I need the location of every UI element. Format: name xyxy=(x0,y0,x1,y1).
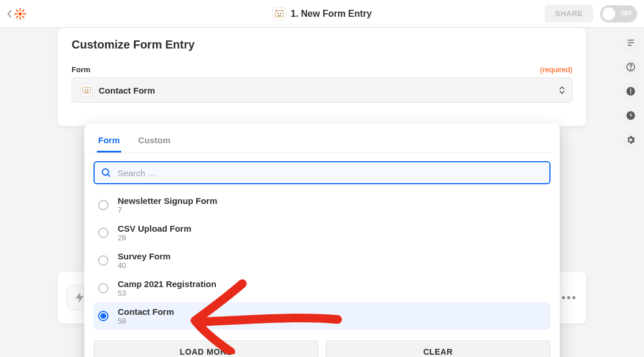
select-updown-icon xyxy=(559,87,565,94)
form-dropdown-panel: Form Custom Newsletter Signup Form 7 CSV… xyxy=(84,124,560,357)
toggle-knob xyxy=(602,8,615,20)
step-title: 1. New Form Entry xyxy=(291,9,372,19)
share-button[interactable]: SHARE xyxy=(545,5,593,23)
radio-icon xyxy=(98,283,108,293)
dropdown-option[interactable]: Camp 2021 Registration 53 xyxy=(93,274,551,302)
tab-custom[interactable]: Custom xyxy=(137,132,172,153)
radio-icon xyxy=(98,228,108,238)
option-name: Survey Form xyxy=(118,251,171,261)
load-more-button[interactable]: LOAD MORE xyxy=(93,340,319,357)
dropdown-option[interactable]: CSV Upload Form 28 xyxy=(93,219,551,247)
dropdown-option[interactable]: Contact Form 58 xyxy=(93,302,551,330)
option-id: 53 xyxy=(118,289,216,298)
alert-icon[interactable] xyxy=(621,82,640,101)
tab-form[interactable]: Form xyxy=(97,132,121,153)
svg-rect-2 xyxy=(20,16,21,20)
field-label-form: Form xyxy=(72,65,91,74)
customize-form-entry-card: Customize Form Entry Form (required) Con… xyxy=(58,28,586,126)
option-name: Newsletter Signup Form xyxy=(118,196,218,206)
svg-point-24 xyxy=(102,169,108,175)
svg-rect-1 xyxy=(20,8,21,10)
svg-rect-5 xyxy=(22,9,25,12)
radio-icon xyxy=(98,200,108,210)
option-id: 58 xyxy=(118,317,174,325)
svg-point-19 xyxy=(630,93,631,94)
svg-rect-3 xyxy=(14,13,18,14)
svg-rect-18 xyxy=(630,89,631,92)
svg-rect-8 xyxy=(22,15,25,18)
publish-toggle[interactable]: OFF xyxy=(600,5,637,23)
required-label: (required) xyxy=(540,65,572,74)
option-name: Camp 2021 Registration xyxy=(118,279,216,289)
wpforms-icon xyxy=(272,7,286,21)
radio-icon xyxy=(98,255,108,266)
zapier-logo-icon xyxy=(14,8,27,20)
back-button[interactable] xyxy=(7,8,27,20)
step-menu-button[interactable]: ••• xyxy=(561,291,577,304)
svg-point-23 xyxy=(87,89,88,90)
svg-point-11 xyxy=(280,13,281,14)
svg-line-25 xyxy=(108,174,110,177)
option-name: CSV Upload Form xyxy=(118,224,192,233)
svg-point-10 xyxy=(278,13,279,14)
dropdown-option[interactable]: Newsletter Signup Form 7 xyxy=(93,191,551,219)
svg-point-0 xyxy=(18,12,22,16)
dropdown-search[interactable] xyxy=(93,161,551,184)
form-select[interactable]: Contact Form xyxy=(72,77,572,103)
svg-point-22 xyxy=(85,89,86,90)
radio-icon xyxy=(98,311,108,321)
dropdown-option[interactable]: Survey Form 40 xyxy=(93,247,551,274)
help-icon[interactable] xyxy=(621,58,640,76)
card-title: Customize Form Entry xyxy=(72,38,572,51)
settings-icon[interactable] xyxy=(621,131,640,149)
svg-point-16 xyxy=(630,69,631,69)
option-name: Contact Form xyxy=(118,307,174,317)
wpforms-icon xyxy=(80,84,93,96)
option-id: 7 xyxy=(118,206,218,214)
outline-icon[interactable] xyxy=(621,34,640,52)
search-input[interactable] xyxy=(118,168,544,178)
form-select-value: Contact Form xyxy=(99,85,155,95)
search-icon xyxy=(100,167,112,178)
clear-button[interactable]: CLEAR xyxy=(325,340,551,357)
toggle-label: OFF xyxy=(621,10,632,17)
svg-rect-4 xyxy=(23,13,27,14)
svg-rect-7 xyxy=(16,9,18,12)
history-icon[interactable] xyxy=(621,106,640,125)
option-id: 28 xyxy=(118,233,192,242)
svg-rect-6 xyxy=(16,15,18,18)
option-id: 40 xyxy=(118,261,171,270)
svg-rect-9 xyxy=(275,10,283,17)
